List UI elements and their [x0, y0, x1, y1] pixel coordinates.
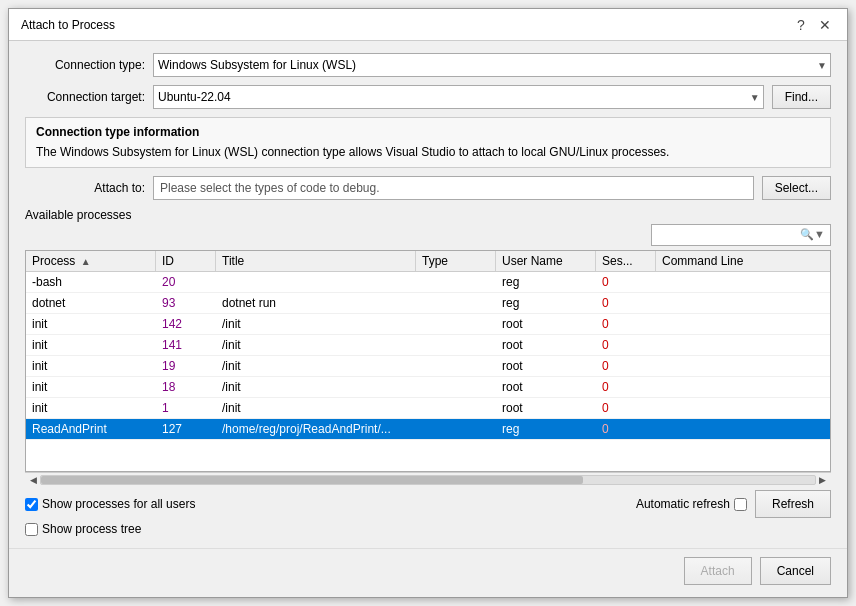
find-button[interactable]: Find... [772, 85, 831, 109]
attach-button[interactable]: Attach [684, 557, 752, 585]
horizontal-scrollbar[interactable]: ◀ ▶ [25, 472, 831, 486]
td-session: 0 [596, 293, 656, 313]
show-tree-row: Show process tree [25, 522, 831, 536]
auto-refresh-text: Automatic refresh [636, 497, 730, 511]
cancel-button[interactable]: Cancel [760, 557, 831, 585]
select-button[interactable]: Select... [762, 176, 831, 200]
scrollbar-track[interactable] [40, 475, 816, 485]
dialog-title: Attach to Process [21, 18, 115, 32]
refresh-button[interactable]: Refresh [755, 490, 831, 518]
td-process: init [26, 314, 156, 334]
td-id: 127 [156, 419, 216, 439]
bottom-options: Show processes for all users Automatic r… [25, 486, 831, 522]
td-id: 141 [156, 335, 216, 355]
title-bar: Attach to Process ? ✕ [9, 9, 847, 41]
connection-type-label: Connection type: [25, 58, 145, 72]
show-all-users-label[interactable]: Show processes for all users [25, 497, 195, 511]
show-all-users-text: Show processes for all users [42, 497, 195, 511]
td-id: 1 [156, 398, 216, 418]
title-bar-controls: ? ✕ [791, 15, 835, 35]
scroll-left-arrow[interactable]: ◀ [27, 475, 40, 485]
show-all-users-checkbox[interactable] [25, 498, 38, 511]
table-body: -bash 20 reg 0 dotnet 93 dotnet run reg … [26, 272, 830, 471]
td-cmdline [656, 293, 830, 313]
table-row[interactable]: init 141 /init root 0 [26, 335, 830, 356]
td-title: dotnet run [216, 293, 416, 313]
td-session: 0 [596, 272, 656, 292]
td-cmdline [656, 272, 830, 292]
attach-to-process-dialog: Attach to Process ? ✕ Connection type: W… [8, 8, 848, 598]
table-row[interactable]: init 18 /init root 0 [26, 377, 830, 398]
td-cmdline [656, 314, 830, 334]
connection-target-wrapper: Ubuntu-22.04 ▼ [153, 85, 764, 109]
scroll-right-arrow[interactable]: ▶ [816, 475, 829, 485]
col-username[interactable]: User Name [496, 251, 596, 271]
col-type[interactable]: Type [416, 251, 496, 271]
dialog-content: Connection type: Windows Subsystem for L… [9, 41, 847, 548]
table-row[interactable]: ReadAndPrint 127 /home/reg/proj/ReadAndP… [26, 419, 830, 440]
connection-target-select[interactable]: Ubuntu-22.04 [153, 85, 764, 109]
show-tree-checkbox[interactable] [25, 523, 38, 536]
col-title[interactable]: Title [216, 251, 416, 271]
dialog-footer: Attach Cancel [9, 548, 847, 597]
td-title: /home/reg/proj/ReadAndPrint/... [216, 419, 416, 439]
processes-section: Available processes 🔍▼ Process ▲ ID Titl… [25, 208, 831, 536]
attach-to-field[interactable] [153, 176, 754, 200]
td-process: init [26, 356, 156, 376]
td-username: root [496, 314, 596, 334]
td-username: reg [496, 293, 596, 313]
connection-target-row: Connection target: Ubuntu-22.04 ▼ Find..… [25, 85, 831, 109]
td-session: 0 [596, 398, 656, 418]
scrollbar-thumb[interactable] [41, 476, 583, 484]
col-process[interactable]: Process ▲ [26, 251, 156, 271]
connection-target-label: Connection target: [25, 90, 145, 104]
td-username: reg [496, 419, 596, 439]
td-type [416, 272, 496, 292]
table-row[interactable]: init 19 /init root 0 [26, 356, 830, 377]
filter-row: 🔍▼ [25, 224, 831, 246]
info-title: Connection type information [36, 124, 820, 141]
td-id: 142 [156, 314, 216, 334]
td-title: /init [216, 314, 416, 334]
show-tree-text: Show process tree [42, 522, 141, 536]
col-session[interactable]: Ses... [596, 251, 656, 271]
table-row[interactable]: -bash 20 reg 0 [26, 272, 830, 293]
td-username: root [496, 356, 596, 376]
td-type [416, 293, 496, 313]
auto-refresh-checkbox[interactable] [734, 498, 747, 511]
td-username: root [496, 335, 596, 355]
table-row[interactable]: init 1 /init root 0 [26, 398, 830, 419]
col-cmdline[interactable]: Command Line [656, 251, 830, 271]
td-session: 0 [596, 419, 656, 439]
table-row[interactable]: dotnet 93 dotnet run reg 0 [26, 293, 830, 314]
td-cmdline [656, 398, 830, 418]
td-process: init [26, 398, 156, 418]
td-type [416, 314, 496, 334]
td-title [216, 272, 416, 292]
col-id[interactable]: ID [156, 251, 216, 271]
auto-refresh-label[interactable]: Automatic refresh [636, 497, 747, 511]
td-session: 0 [596, 335, 656, 355]
td-session: 0 [596, 314, 656, 334]
sort-arrow: ▲ [81, 256, 91, 267]
info-text: The Windows Subsystem for Linux (WSL) co… [36, 144, 820, 161]
table-header: Process ▲ ID Title Type User Name Ses...… [26, 251, 830, 272]
close-button[interactable]: ✕ [815, 15, 835, 35]
td-cmdline [656, 335, 830, 355]
td-process: init [26, 377, 156, 397]
filter-wrapper: 🔍▼ [651, 224, 831, 246]
td-type [416, 356, 496, 376]
help-button[interactable]: ? [791, 15, 811, 35]
td-process: init [26, 335, 156, 355]
attach-to-row: Attach to: Select... [25, 176, 831, 200]
td-type [416, 335, 496, 355]
section-label: Available processes [25, 208, 831, 222]
td-cmdline [656, 356, 830, 376]
show-tree-label[interactable]: Show process tree [25, 522, 831, 536]
table-row[interactable]: init 142 /init root 0 [26, 314, 830, 335]
td-title: /init [216, 335, 416, 355]
td-username: root [496, 377, 596, 397]
td-process: dotnet [26, 293, 156, 313]
connection-type-select[interactable]: Windows Subsystem for Linux (WSL) [153, 53, 831, 77]
td-username: root [496, 398, 596, 418]
